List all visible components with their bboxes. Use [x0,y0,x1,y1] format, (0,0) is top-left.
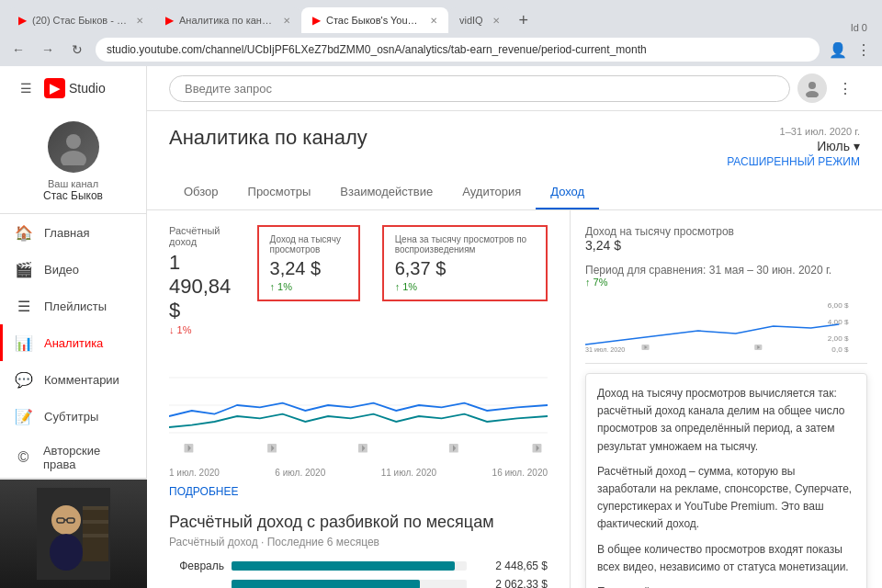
more-link-1[interactable]: ПОДРОБНЕЕ [169,485,238,498]
rpm-info-label: Доход на тысячу просмотров [585,225,867,238]
browser-tab-3[interactable]: ▶ Стас Быков's YouTube Stats (Su... ✕ [301,7,448,33]
metric-value-1: 1 490,84 $ [169,251,235,322]
bar-fill-1 [232,561,455,571]
chart-label-1: 1 июл. 2020 [169,468,220,478]
svg-text:6,00 $: 6,00 $ [828,301,849,310]
hamburger-menu[interactable]: ☰ [15,77,37,99]
sidebar-item-subtitles[interactable]: 📝 Субтитры [0,398,146,435]
browser-tab-2[interactable]: ▶ Аналитика по каналу - YouTu... ✕ [154,7,301,33]
tab-overview[interactable]: Обзор [169,175,233,209]
sidebar-item-playlists[interactable]: ☰ Плейлисты [0,288,146,324]
svg-rect-5 [83,520,108,524]
bar-value-2: 2 062,33 $ [474,578,548,588]
metric-change-3: ↑ 1% [395,281,535,292]
home-label: Главная [44,226,89,240]
metric-value-2: 3,24 $ [270,258,347,279]
address-bar: ← → ↻ 👤 ⋮ [0,33,882,66]
svg-point-11 [50,534,83,571]
address-input[interactable] [96,38,820,62]
metric-value-3: 6,37 $ [395,258,535,279]
sidebar-item-video[interactable]: 🎬 Видео [0,251,146,288]
webcam-person-image [0,480,147,588]
copyright-icon: © [15,448,32,467]
svg-point-1 [61,151,86,165]
new-tab-button[interactable]: + [511,7,537,33]
tab-audience[interactable]: Аудитория [447,175,536,209]
account-icon[interactable]: 👤 [827,39,849,61]
tab-close-2[interactable]: ✕ [283,16,290,26]
svg-point-13 [806,91,819,97]
reload-button[interactable]: ↻ [66,39,88,61]
metric-cpm: Цена за тысячу просмотров по воспроизвед… [382,225,548,335]
webcam-overlay [0,478,147,588]
bar-container-1 [232,561,467,571]
menu-dots-button[interactable]: ⋮ [831,74,860,103]
back-button[interactable]: ← [7,39,29,61]
month-select[interactable]: Июль ▾ [817,139,860,153]
metric-rpm: Доход на тысячу просмотров 3,24 $ ↑ 1% [257,225,360,335]
sidebar-item-copyright[interactable]: © Авторские права [0,435,146,481]
playlist-icon: ☰ [15,297,33,315]
chart-label-4: 16 июл. 2020 [492,468,548,478]
tooltip-text-1: Доход на тысячу просмотров вычисляется т… [597,385,855,456]
avatar-image [48,121,99,173]
tab-views[interactable]: Просмотры [233,175,326,209]
studio-app: ☰ ▶ Studio [0,66,882,588]
svg-text:2,00 $: 2,00 $ [828,334,849,343]
subtitles-icon: 📝 [15,407,33,425]
svg-rect-4 [83,506,108,510]
browser-tab-4[interactable]: vidIQ ✕ [448,7,511,33]
tooltip-text-2: Расчётный доход – сумма, которую вы зара… [597,463,855,534]
sidebar-item-home[interactable]: 🏠 Главная [0,214,146,251]
menu-icon[interactable]: ⋮ [853,39,875,61]
bar-fill-2 [232,580,420,588]
forward-button[interactable]: → [37,39,59,61]
metric-label-1: Расчётный доход [169,225,235,247]
sidebar-item-comments[interactable]: 💬 Комментарии [0,361,146,398]
tab-close-3[interactable]: ✕ [430,16,437,26]
tab-close-1[interactable]: ✕ [136,16,143,26]
home-icon: 🏠 [15,223,33,242]
comments-label: Комментарии [44,373,119,387]
tab-id: Id 0 [843,22,875,33]
sidebar-item-analytics[interactable]: 📊 Аналитика [0,324,146,361]
avatar-button[interactable] [797,74,827,103]
svg-point-0 [66,134,81,149]
svg-point-12 [808,82,816,89]
metric-label-3: Цена за тысячу просмотров по воспроизвед… [395,234,535,254]
video-label: Видео [44,263,79,277]
comments-icon: 💬 [15,370,33,389]
right-panel-chart: 6,00 $ 4,00 $ 2,00 $ 0,0 $ 31 июл. 2020 [585,299,867,354]
browser-tab-1[interactable]: ▶ (20) Стас Быков - YouTube ✕ [7,7,154,33]
monthly-breakdown: Расчётный доход с разбивкой по месяцам Р… [169,513,548,588]
tab-income[interactable]: Доход [536,175,599,209]
main-content: ⋮ Аналитика по каналу 1–31 июл. 2020 г. … [147,66,882,588]
tab-close-4[interactable]: ✕ [492,16,500,26]
rpm-info: Доход на тысячу просмотров 3,24 $ [585,225,867,253]
date-range: 1–31 июл. 2020 г. [780,126,860,137]
tab-bar: ▶ (20) Стас Быков - YouTube ✕ ▶ Аналитик… [0,0,882,33]
chevron-down-icon: ▾ [854,139,860,153]
advanced-mode-link[interactable]: РАСШИРЕННЫЙ РЕЖИМ [727,155,860,168]
metric-change-1: ↓ 1% [169,324,235,335]
bar-label-1: Февраль [169,560,224,572]
video-icon: 🎬 [15,260,33,278]
search-input[interactable] [169,75,790,102]
period-label: Период для сравнения: 31 мая – 30 июн. 2… [585,264,867,277]
info-divider-1 [585,363,867,364]
bar-row-1: Февраль 2 448,65 $ [169,560,548,572]
page-title: Аналитика по каналу [169,126,368,150]
svg-text:31 июл. 2020: 31 июл. 2020 [585,346,625,354]
rpm-info-value: 3,24 $ [585,238,867,253]
tab-interaction[interactable]: Взаимодействие [325,175,447,209]
tooltip-box: Доход на тысячу просмотров вычисляется т… [585,373,867,588]
sidebar-logo: ☰ ▶ Studio [0,66,146,110]
metrics-row: Расчётный доход 1 490,84 $ ↓ 1% Доход на… [169,225,548,335]
tooltip-text-3: В общее количество просмотров входят пок… [597,541,855,576]
period-info: Период для сравнения: 31 мая – 30 июн. 2… [585,264,867,288]
svg-text:0,0 $: 0,0 $ [831,345,849,354]
section-title: Расчётный доход с разбивкой по месяцам [169,513,548,532]
tooltip-text-4: При расчёте дохода на тысячу показов учи… [597,583,855,588]
sidebar-channel: Ваш канал Стас Быков [0,110,146,214]
chart-svg [169,350,548,460]
